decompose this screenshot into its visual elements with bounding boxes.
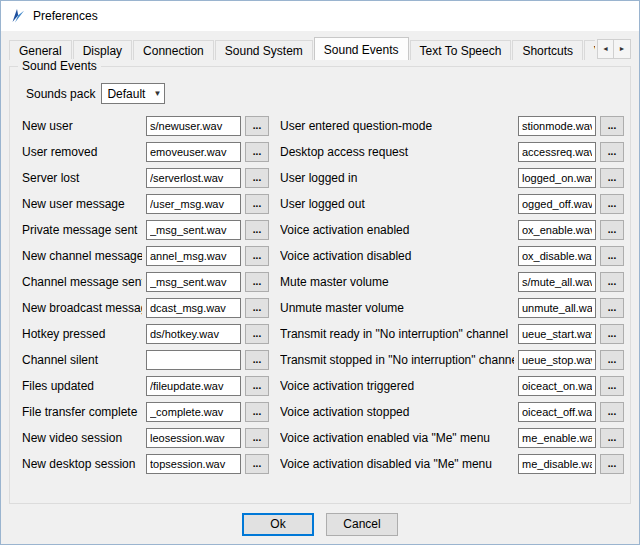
sound-file-input[interactable] [518, 376, 596, 396]
tab-scroll-left-icon[interactable]: ◄ [597, 39, 614, 59]
browse-button[interactable]: ... [600, 376, 624, 396]
tab-scroll-control: ◄ ► [597, 39, 631, 59]
sound-event-row: Voice activation enabled via "Me" menu .… [280, 428, 624, 448]
sound-file-input[interactable] [518, 350, 596, 370]
sound-file-input[interactable] [518, 168, 596, 188]
sound-file-input[interactable] [518, 324, 596, 344]
sound-event-label: User logged out [280, 197, 514, 211]
group-title: Sound Events [18, 59, 101, 73]
sound-event-row: User logged out ... [280, 194, 624, 214]
sound-file-input[interactable] [146, 116, 241, 136]
sound-event-label: Server lost [22, 171, 142, 185]
sound-event-row: User logged in ... [280, 168, 624, 188]
sound-file-input[interactable] [146, 220, 241, 240]
sound-file-input[interactable] [146, 246, 241, 266]
browse-button[interactable]: ... [245, 298, 269, 318]
cancel-button[interactable]: Cancel [326, 513, 398, 536]
browse-button[interactable]: ... [600, 428, 624, 448]
sound-file-input[interactable] [518, 220, 596, 240]
sound-file-input[interactable] [146, 402, 241, 422]
sound-event-label: Files updated [22, 379, 142, 393]
tab-general[interactable]: General [9, 40, 72, 60]
sound-event-label: Voice activation disabled [280, 249, 514, 263]
sound-event-row: New broadcast message ... [22, 298, 270, 318]
sound-file-input[interactable] [518, 116, 596, 136]
ok-button[interactable]: Ok [242, 513, 314, 536]
browse-button[interactable]: ... [245, 350, 269, 370]
browse-button[interactable]: ... [245, 272, 269, 292]
tab-connection[interactable]: Connection [133, 40, 214, 60]
browse-button[interactable]: ... [600, 298, 624, 318]
sound-file-input[interactable] [146, 324, 241, 344]
sound-file-input[interactable] [518, 428, 596, 448]
browse-button[interactable]: ... [600, 402, 624, 422]
sound-file-input[interactable] [146, 272, 241, 292]
sound-event-label: New video session [22, 431, 142, 445]
browse-button[interactable]: ... [245, 428, 269, 448]
browse-button[interactable]: ... [600, 142, 624, 162]
sound-file-input[interactable] [518, 298, 596, 318]
sound-file-input[interactable] [146, 376, 241, 396]
browse-button[interactable]: ... [245, 220, 269, 240]
browse-button[interactable]: ... [245, 246, 269, 266]
browse-button[interactable]: ... [245, 116, 269, 136]
sound-file-input[interactable] [518, 272, 596, 292]
sound-event-label: File transfer complete [22, 405, 142, 419]
browse-button[interactable]: ... [600, 220, 624, 240]
sound-event-row: Voice activation disabled via "Me" menu … [280, 454, 624, 474]
sound-file-input[interactable] [518, 454, 596, 474]
sound-file-input[interactable] [518, 194, 596, 214]
browse-button[interactable]: ... [600, 324, 624, 344]
event-columns: New user ... User removed ... Server los… [22, 116, 624, 474]
browse-button[interactable]: ... [245, 454, 269, 474]
tab-shortcuts[interactable]: Shortcuts [512, 40, 583, 60]
sounds-pack-row: Sounds pack Default ▼ [26, 83, 624, 104]
sound-event-row: New channel message ... [22, 246, 270, 266]
browse-button[interactable]: ... [245, 376, 269, 396]
sound-file-input[interactable] [518, 142, 596, 162]
browse-button[interactable]: ... [245, 194, 269, 214]
sound-file-input[interactable] [146, 142, 241, 162]
sound-event-label: User logged in [280, 171, 514, 185]
browse-button[interactable]: ... [600, 168, 624, 188]
sound-event-label: New desktop session [22, 457, 142, 471]
sound-event-label: New broadcast message [22, 301, 142, 315]
sound-file-input[interactable] [518, 246, 596, 266]
sound-event-label: Transmit stopped in "No interruption" ch… [280, 353, 514, 367]
sound-file-input[interactable] [146, 428, 241, 448]
browse-button[interactable]: ... [245, 402, 269, 422]
tab-text-to-speech[interactable]: Text To Speech [410, 40, 512, 60]
browse-button[interactable]: ... [600, 116, 624, 136]
browse-button[interactable]: ... [245, 168, 269, 188]
sound-event-label: Desktop access request [280, 145, 514, 159]
sound-file-input[interactable] [146, 454, 241, 474]
tab-display[interactable]: Display [73, 40, 132, 60]
sound-event-row: Unmute master volume ... [280, 298, 624, 318]
preferences-dialog: Preferences GeneralDisplayConnectionSoun… [0, 0, 640, 545]
sounds-pack-select[interactable]: Default ▼ [101, 83, 165, 104]
sound-event-row: File transfer complete ... [22, 402, 270, 422]
sound-event-row: Hotkey pressed ... [22, 324, 270, 344]
sound-event-row: Voice activation disabled ... [280, 246, 624, 266]
browse-button[interactable]: ... [245, 324, 269, 344]
tab-sound-events[interactable]: Sound Events [314, 37, 409, 60]
tab-sound-system[interactable]: Sound System [215, 40, 313, 60]
sound-file-input[interactable] [146, 168, 241, 188]
sound-event-label: Channel silent [22, 353, 142, 367]
sound-file-input[interactable] [146, 350, 241, 370]
sound-file-input[interactable] [146, 194, 241, 214]
sound-event-row: Desktop access request ... [280, 142, 624, 162]
sound-event-row: Voice activation stopped ... [280, 402, 624, 422]
browse-button[interactable]: ... [600, 454, 624, 474]
tab-video[interactable]: Video [584, 40, 595, 60]
sound-file-input[interactable] [518, 402, 596, 422]
sound-event-label: Voice activation enabled [280, 223, 514, 237]
sound-event-row: Transmit ready in "No interruption" chan… [280, 324, 624, 344]
browse-button[interactable]: ... [245, 142, 269, 162]
browse-button[interactable]: ... [600, 246, 624, 266]
tab-scroll-right-icon[interactable]: ► [614, 39, 631, 59]
sound-file-input[interactable] [146, 298, 241, 318]
browse-button[interactable]: ... [600, 350, 624, 370]
browse-button[interactable]: ... [600, 272, 624, 292]
browse-button[interactable]: ... [600, 194, 624, 214]
